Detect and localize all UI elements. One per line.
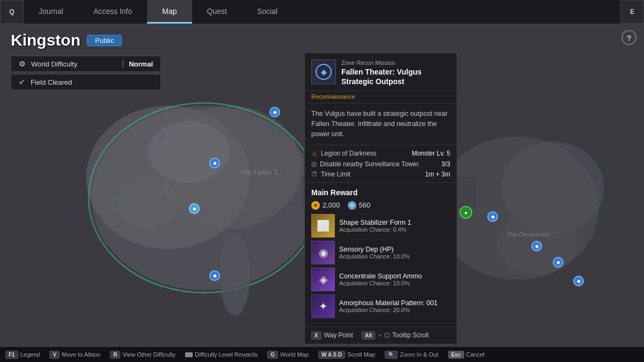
tab-quest[interactable]: Quest — [192, 0, 242, 24]
cancel-label: Cancel — [466, 351, 485, 358]
svg-text:The Fallen T...: The Fallen T... — [240, 169, 282, 176]
mission-title-block: Zone Recon Mission Fallen Theater: Vulgu… — [341, 60, 450, 86]
scroll-label: Scroll Map — [347, 351, 375, 358]
map-marker-blue-8[interactable]: ◆ — [573, 276, 584, 286]
reward-title: Main Reward — [311, 188, 450, 197]
zoom-item: 🔍 Zoom In & Out — [385, 351, 438, 359]
objective-info: ◎ Disable nearby Surveillance Tower. — [311, 160, 420, 168]
svg-point-11 — [117, 178, 179, 229]
world-map-item[interactable]: G World Map — [267, 351, 309, 359]
mission-name: Fallen Theater: Vulgus Strategic Outpost — [341, 67, 450, 86]
plus-sign: + — [378, 332, 381, 338]
faction-icon: ⚔ — [311, 150, 318, 158]
reward-item-icon: ◈ — [311, 268, 335, 291]
reward-item-name: Shape Stabilizer Form 1 — [339, 219, 450, 226]
map-marker-blue-1[interactable]: ◆ — [269, 107, 280, 117]
mission-meta: ⚔ Legion of Darkness Monster Lv. 5 ◎ Dis… — [305, 145, 457, 183]
check-icon: ✔ — [19, 78, 25, 86]
reward-item: ⬜ Shape Stabilizer Form 1 Acquisition Ch… — [311, 214, 450, 238]
tab-journal[interactable]: Journal — [24, 0, 78, 24]
map-marker-blue-2[interactable]: ◆ — [209, 158, 220, 168]
top-navigation: Q Journal Access Info Map Quest Social E — [0, 0, 644, 24]
reward-item-chance: Acquisition Chance: 20.0% — [339, 307, 450, 313]
reward-item-info: Concentrate Support Ammo Acquisition Cha… — [339, 272, 450, 286]
area-title: Kingston — [11, 31, 80, 49]
view-difficulty-label: View Other Difficulty — [122, 351, 175, 358]
tooltip-scroll-action[interactable]: Alt + ⬡ Tooltip Scroll — [362, 331, 429, 339]
wasd-key: W A S D — [318, 351, 345, 359]
svg-point-5 — [219, 234, 250, 316]
map-area[interactable]: The Fallen T... The Destruction ◆ ◆ ◆ ◆ … — [0, 24, 644, 347]
world-difficulty-row: ⚙ World Difficulty Normal — [11, 56, 161, 72]
scroll-icon: ⬡ — [384, 331, 390, 339]
gear-icon: ⚙ — [348, 201, 356, 210]
field-cleared-label: Field Cleared — [31, 78, 153, 86]
reward-item: ◉ Sensory Dep (HP) Acquisition Chance: 1… — [311, 241, 450, 264]
scroll-map-item: W A S D Scroll Map — [318, 351, 375, 359]
nav-key-e[interactable]: E — [620, 0, 644, 24]
help-button[interactable]: ? — [621, 30, 636, 45]
cancel-item[interactable]: Esc Cancel — [448, 351, 485, 359]
bottom-bar: F1 Legend V Move to Albion R View Other … — [0, 347, 644, 362]
tooltip-scroll-label: Tooltip Scroll — [392, 331, 429, 339]
waypoint-label: Way Point — [324, 331, 353, 339]
reward-items-list: ⬜ Shape Stabilizer Form 1 Acquisition Ch… — [311, 214, 450, 318]
view-difficulty-item[interactable]: R View Other Difficulty — [110, 351, 175, 359]
time-limit-value: 1m + 3m — [425, 171, 450, 178]
objective-label: Disable nearby Surveillance Tower. — [320, 160, 420, 168]
objective-progress: 3/3 — [441, 160, 450, 168]
mission-icon — [311, 60, 336, 84]
move-albion-item[interactable]: V Move to Albion — [49, 351, 100, 359]
reward-item-info: Sensory Dep (HP) Acquisition Chance: 10.… — [339, 246, 450, 260]
coin-reward: G 2,000 — [311, 201, 340, 210]
coin-icon: G — [311, 201, 320, 210]
faction-info: ⚔ Legion of Darkness — [311, 150, 376, 158]
legend-item[interactable]: F1 Legend — [5, 351, 40, 359]
reward-item-info: Amorphous Material Pattern: 001 Acquisit… — [339, 299, 450, 313]
mission-description: The Vulgus have built a strategic outpos… — [305, 104, 457, 145]
difficulty-rewards-label: Difficulty Level Rewards — [195, 351, 258, 358]
time-limit-label: Time Limit — [321, 171, 350, 178]
reward-item: ✦ Amorphous Material Pattern: 001 Acquis… — [311, 294, 450, 318]
world-map-label: World Map — [280, 351, 309, 358]
tab-map[interactable]: Map — [147, 0, 192, 24]
map-marker-blue-6[interactable]: ◆ — [531, 241, 542, 252]
reward-item-chance: Acquisition Chance: 0.4% — [339, 226, 450, 233]
reward-item-icon: ◉ — [311, 241, 335, 264]
map-marker-blue-3[interactable]: ◆ — [189, 203, 200, 214]
f1-key: F1 — [5, 351, 18, 359]
difficulty-value: Normal — [129, 60, 153, 68]
nav-key-q[interactable]: Q — [0, 0, 24, 24]
svg-text:The Destruction: The Destruction — [507, 231, 550, 238]
reward-item-name: Amorphous Material Pattern: 001 — [339, 299, 450, 307]
waypoint-key: X — [311, 331, 321, 339]
public-badge: Public — [87, 35, 122, 46]
svg-point-10 — [148, 121, 230, 183]
reward-item-chance: Acquisition Chance: 10.0% — [339, 280, 450, 286]
toggle-icon — [185, 352, 193, 357]
zoom-icon-key: 🔍 — [385, 351, 398, 359]
monster-level: Monster Lv. 5 — [412, 150, 450, 157]
coin-amount: 2,000 — [323, 201, 340, 209]
difficulty-rewards-toggle[interactable]: Difficulty Level Rewards — [185, 351, 258, 358]
objective-row: ◎ Disable nearby Surveillance Tower. 3/3 — [311, 160, 450, 168]
mission-icon-inner — [316, 64, 332, 80]
tab-social[interactable]: Social — [242, 0, 292, 24]
reward-item-info: Shape Stabilizer Form 1 Acquisition Chan… — [339, 219, 450, 233]
waypoint-action[interactable]: X Way Point — [311, 331, 353, 339]
map-marker-blue-5[interactable]: ◆ — [487, 211, 498, 222]
difficulty-label: World Difficulty — [31, 60, 117, 68]
reward-item: ◈ Concentrate Support Ammo Acquisition C… — [311, 268, 450, 291]
faction-name: Legion of Darkness — [321, 150, 376, 157]
mission-header: Zone Recon Mission Fallen Theater: Vulgu… — [305, 53, 457, 91]
map-marker-blue-4[interactable]: ◆ — [209, 270, 220, 281]
tab-access-info[interactable]: Access Info — [78, 0, 147, 24]
map-marker-blue-7[interactable]: ◆ — [553, 257, 564, 268]
mission-footer: X Way Point Alt + ⬡ Tooltip Scroll — [305, 327, 457, 344]
reward-item-chance: Acquisition Chance: 10.0% — [339, 253, 450, 260]
divider — [122, 60, 123, 68]
time-info: ⏱ Time Limit — [311, 171, 350, 178]
reward-section: Main Reward G 2,000 ⚙ 560 ⬜ Shape Stabil… — [305, 183, 457, 327]
faction-row: ⚔ Legion of Darkness Monster Lv. 5 — [311, 150, 450, 158]
map-marker-green-1[interactable]: ● — [459, 206, 472, 219]
